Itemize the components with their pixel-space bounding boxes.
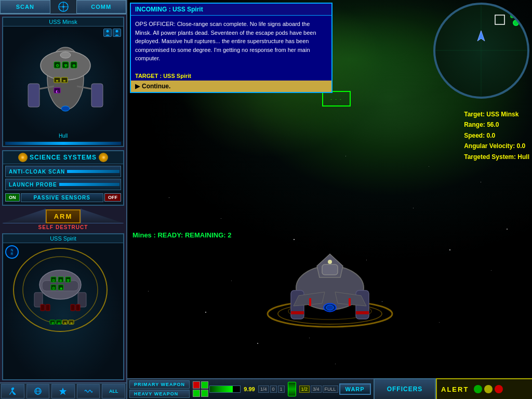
- science-title: ⚛ SCIENCE SYSTEMS ⚛: [3, 151, 123, 164]
- svg-rect-8: [28, 84, 39, 107]
- heavy-indicator-green2: [201, 390, 208, 397]
- frac-1-2-button[interactable]: 1/2: [299, 385, 310, 393]
- heavy-indicator-green: [193, 390, 200, 397]
- minimap-zoom-out[interactable]: −: [441, 7, 449, 16]
- arm-section: ARM SELF DESTRUCT: [2, 209, 124, 230]
- svg-text:⚙: ⚙: [56, 63, 59, 68]
- target-name: Target: USS Minsk: [464, 109, 529, 119]
- target-bracket: - - -: [322, 91, 351, 107]
- frac-full-button[interactable]: FULL: [323, 385, 338, 393]
- science-label: SCIENCE SYSTEMS: [30, 154, 97, 161]
- svg-rect-9: [91, 84, 103, 107]
- ship2-display: N R ⚙ ⊕ ☢ ⚙: [3, 243, 123, 380]
- heavy-weapon-button[interactable]: HEAVY WEAPON: [129, 390, 190, 398]
- star-button[interactable]: [51, 384, 75, 398]
- primary-indicator-green: [201, 381, 208, 389]
- officers-button[interactable]: OFFICERS: [374, 378, 436, 399]
- hull-label: Hull: [3, 132, 123, 140]
- energy-bar: [209, 385, 241, 393]
- alert-label: ALERT: [437, 385, 473, 393]
- warp-button[interactable]: WARP: [339, 383, 371, 395]
- svg-rect-75: [356, 311, 369, 314]
- svg-rect-43: [46, 304, 50, 311]
- target-info-panel: Target: USS Minsk Range: 56.0 Speed: 0.0…: [464, 109, 529, 162]
- arm-button[interactable]: ARM: [46, 209, 81, 223]
- atom-icon: ⚛: [18, 153, 28, 162]
- primary-weapon-button[interactable]: PRIMARY WEAPON: [129, 380, 190, 389]
- svg-point-81: [326, 305, 334, 310]
- self-destruct-label: SELF DESTRUCT: [38, 224, 88, 230]
- passive-off-button[interactable]: OFF: [104, 193, 121, 202]
- alert-dot-yellow: [484, 385, 493, 393]
- main-ship-display: [257, 231, 403, 337]
- svg-text:≋: ≋: [70, 322, 73, 325]
- svg-rect-79: [349, 298, 351, 306]
- svg-text:⊕: ⊕: [58, 322, 60, 325]
- svg-rect-78: [309, 298, 311, 306]
- target-system: Targeted System: Hull: [464, 152, 529, 162]
- mines-status: Mines : READY: REMAINING: 2: [132, 231, 231, 239]
- svg-point-64: [514, 21, 518, 25]
- frac-1-button[interactable]: 1: [278, 385, 285, 393]
- wrench-button[interactable]: [1, 384, 24, 398]
- frac-0-button[interactable]: 0: [270, 385, 277, 393]
- dialog-target: TARGET : USS Spirit: [131, 71, 331, 81]
- passive-sensors-label: PASSIVE SENSORS: [21, 193, 104, 202]
- svg-rect-58: [435, 5, 527, 97]
- ship1-panel: USS Minsk: [2, 17, 124, 147]
- svg-point-5: [116, 30, 118, 33]
- scan-button[interactable]: SCAN: [0, 0, 50, 14]
- minimap-zoom-in[interactable]: +: [514, 83, 523, 92]
- passive-on-button[interactable]: ON: [5, 193, 20, 202]
- energy-value: 9.99: [242, 386, 257, 392]
- ship2-title: USS Spirit: [3, 234, 123, 243]
- arm-wings: ARM: [2, 209, 124, 223]
- svg-rect-45: [76, 304, 80, 311]
- svg-rect-44: [71, 304, 75, 311]
- primary-indicator-red: [193, 381, 200, 389]
- ship1-display: ⚙ ☢ ⊕ ≋ ≋ ◐ Hull: [3, 26, 123, 141]
- svg-text:⚙: ⚙: [52, 278, 55, 282]
- target-range: Range: 56.0: [464, 119, 529, 130]
- target-angular-velocity: Angular Velocity: 0.0: [464, 141, 529, 151]
- left-panel: SCAN COMM USS Minsk: [0, 0, 127, 399]
- launch-probe-button[interactable]: LAUNCH PROBE: [5, 179, 121, 190]
- svg-rect-42: [41, 304, 45, 311]
- alert-section: ALERT: [436, 378, 532, 399]
- continue-arrow: ▶: [135, 83, 140, 90]
- svg-point-13: [60, 52, 71, 58]
- dialog-title: INCOMING : USS Spirit: [131, 4, 331, 16]
- dialog-box: INCOMING : USS Spirit OPS OFFICER: Close…: [130, 3, 332, 93]
- continue-label: Continue.: [142, 83, 170, 90]
- svg-text:☢: ☢: [66, 278, 70, 282]
- frac-3-4-button[interactable]: 3/4: [311, 385, 322, 393]
- atom-icon-2: ⚛: [99, 153, 108, 162]
- target-speed: Speed: 0.0: [464, 130, 529, 141]
- svg-text:≋: ≋: [64, 322, 66, 325]
- svg-text:≋: ≋: [63, 79, 66, 83]
- svg-rect-74: [291, 311, 304, 314]
- all-button[interactable]: ALL: [102, 384, 125, 398]
- svg-text:◐: ◐: [56, 89, 59, 93]
- anti-cloak-button[interactable]: ANTI-CLOAK SCAN: [5, 166, 121, 177]
- svg-point-65: [510, 14, 514, 18]
- svg-point-82: [328, 260, 332, 264]
- top-bar: SCAN COMM: [0, 0, 126, 15]
- left-bottom-bar: ALL: [0, 382, 126, 399]
- svg-text:☢: ☢: [64, 63, 68, 68]
- frac-1-4-button[interactable]: 1/4: [258, 385, 269, 393]
- dialog-body: OPS OFFICER: Close-range scan complete. …: [131, 16, 331, 67]
- svg-point-3: [62, 6, 64, 8]
- energy-indicator: [288, 382, 296, 396]
- minimap-display: − +: [435, 5, 527, 97]
- globe-button[interactable]: [26, 384, 50, 398]
- science-panel: ⚛ SCIENCE SYSTEMS ⚛ ANTI-CLOAK SCAN LAUN…: [2, 150, 124, 206]
- alert-dot-red: [495, 385, 503, 393]
- comm-button[interactable]: COMM: [76, 0, 127, 14]
- passive-sensors-row: ON PASSIVE SENSORS OFF: [5, 192, 121, 203]
- svg-marker-57: [59, 388, 66, 395]
- continue-button[interactable]: ▶ Continue.: [131, 81, 331, 92]
- ship1-title: USS Minsk: [3, 18, 123, 26]
- energy-fill: [210, 386, 233, 392]
- wave-button[interactable]: [77, 384, 100, 398]
